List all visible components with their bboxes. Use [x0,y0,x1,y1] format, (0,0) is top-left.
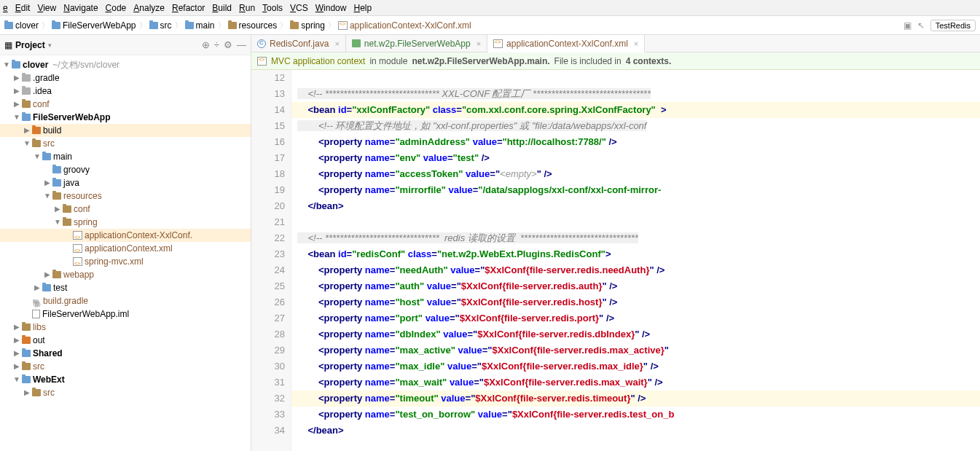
gear-icon[interactable]: ⚙ [224,39,232,50]
editor-tab[interactable]: applicationContext-XxlConf.xml× [487,35,645,52]
tree-row[interactable]: ▼FileServerWebApp [0,111,251,124]
menu-analyze[interactable]: Analyze [133,3,165,13]
menu-edit[interactable]: Edit [15,3,31,13]
collapse-icon[interactable]: ⊕ [202,39,210,50]
expand-icon[interactable]: ▼ [12,373,22,386]
code-line[interactable]: <!-- ******************************* XXL… [291,86,980,102]
expand-icon[interactable]: ▶ [12,321,22,334]
expand-icon[interactable]: ▶ [12,98,22,111]
expand-icon[interactable]: ▼ [22,137,32,150]
code-line[interactable]: <property name="max_idle" value="$XxlCon… [291,358,980,374]
code-line[interactable] [291,214,980,230]
expand-icon[interactable]: ▶ [32,281,42,294]
code-body[interactable]: <!-- ******************************* XXL… [291,70,980,451]
tree-row[interactable]: ▼spring [0,216,251,229]
menu-help[interactable]: Help [353,3,372,13]
menu-run[interactable]: Run [239,3,255,13]
project-tree[interactable]: ▼ clover ~/文档/svn/clover ▶.gradle▶.idea▶… [0,55,251,451]
code-area[interactable]: 1213141516171819202122232425262728293031… [251,70,980,451]
menu-refactor[interactable]: Refactor [172,3,205,13]
menu-navigate[interactable]: Navigate [63,3,98,13]
tree-row[interactable]: ▶java [0,176,251,189]
tree-row[interactable]: groovy [0,163,251,176]
tree-row[interactable]: ▶webapp [0,268,251,281]
nav-back-icon[interactable]: ↖ [917,20,925,31]
tree-row[interactable]: 🐘build.gradle [0,294,251,307]
code-line[interactable]: <property name="accessToken" value="<emp… [291,166,980,182]
hide-icon[interactable]: — [237,39,246,50]
code-line[interactable]: <property name="needAuth" value="$XxlCon… [291,262,980,278]
tree-row[interactable]: ▶build [0,124,251,137]
code-line[interactable]: <!-- ******************************* red… [291,230,980,246]
editor-tab[interactable]: RedisConf.java× [251,35,346,52]
divide-icon[interactable]: ÷ [214,39,219,50]
menu-window[interactable]: Window [315,3,347,13]
expand-icon[interactable]: ▶ [12,360,22,373]
menu-vcs[interactable]: VCS [290,3,308,13]
code-line[interactable]: <property name="host" value="$XxlConf{fi… [291,294,980,310]
code-line[interactable] [291,70,980,86]
tree-row[interactable]: ▼resources [0,189,251,203]
tree-row[interactable]: ▼src [0,137,251,150]
expand-icon[interactable]: ▶ [22,386,32,399]
menu-view[interactable]: View [37,3,56,13]
tree-row[interactable]: applicationContext.xml [0,242,251,255]
tree-row[interactable]: ▶out [0,334,251,347]
code-line[interactable]: <property name="mirrorfile" value="/data… [291,182,980,198]
expand-icon[interactable]: ▶ [52,203,63,216]
code-line[interactable]: <!-- 环境配置文件地址，如 "xxl-conf.properties" 或 … [291,118,980,134]
close-icon[interactable]: × [477,39,481,48]
breadcrumb-item[interactable]: resources [228,20,278,31]
tree-row[interactable]: ▶src [0,386,251,399]
code-line[interactable]: <property name="max_wait" value="$XxlCon… [291,374,980,391]
menu-e[interactable]: e [3,3,8,13]
expand-icon[interactable]: ▶ [42,176,52,189]
menu-tools[interactable]: Tools [262,3,283,13]
expand-icon[interactable]: ▶ [12,85,22,98]
code-line[interactable]: <property name="env" value="test" /> [291,150,980,166]
expand-icon[interactable]: ▼ [32,150,42,163]
expand-icon[interactable]: ▼ [42,189,52,203]
tree-row[interactable]: ▶.gradle [0,71,251,85]
code-line[interactable]: <property name="adminAddress" value="htt… [291,134,980,150]
tree-row[interactable]: ▶conf [0,203,251,216]
tree-row[interactable]: ▶.idea [0,85,251,98]
run-config-button[interactable]: TestRedis [930,20,976,31]
tree-row[interactable]: spring-mvc.xml [0,255,251,268]
breadcrumb-item[interactable]: spring [290,20,325,31]
tree-row[interactable]: ▼WebExt [0,373,251,386]
expand-icon[interactable]: ▼ [52,216,63,229]
tree-row[interactable]: ▶Shared [0,347,251,360]
expand-icon[interactable]: ▼ [12,111,22,124]
code-line[interactable]: <property name="test_on_borrow" value="$… [291,407,980,423]
tree-row[interactable]: applicationContext-XxlConf. [0,229,251,242]
tree-row[interactable]: ▶libs [0,321,251,334]
breadcrumb-item[interactable]: clover [4,20,39,31]
code-line[interactable]: <bean id="redisConf" class="net.w2p.WebE… [291,246,980,262]
expand-icon[interactable]: ▶ [12,334,22,347]
expand-icon[interactable]: ▶ [12,71,22,85]
menu-build[interactable]: Build [212,3,232,13]
menu-code[interactable]: Code [106,3,127,13]
close-icon[interactable]: × [634,39,638,48]
expand-icon[interactable]: ▶ [22,124,32,137]
breadcrumb-item[interactable]: main [185,20,215,31]
code-line[interactable]: <property name="dbIndex" value="$XxlConf… [291,326,980,342]
code-line[interactable]: <property name="timeout" value="$XxlConf… [291,391,980,407]
tree-row[interactable]: FileServerWebApp.iml [0,307,251,321]
tree-row[interactable]: ▶test [0,281,251,294]
code-line[interactable]: </bean> [291,198,980,214]
dropdown-icon[interactable]: ▾ [48,42,52,49]
code-line[interactable]: </bean> [291,423,980,439]
expand-icon[interactable]: ▶ [12,347,22,360]
code-line[interactable]: <property name="auth" value="$XxlConf{fi… [291,278,980,294]
breadcrumb-item[interactable]: src [149,20,172,31]
breadcrumb-item[interactable]: FileServerWebApp [52,20,136,31]
tree-row[interactable]: ▼main [0,150,251,163]
breadcrumb-item[interactable]: applicationContext-XxlConf.xml [338,20,471,31]
tree-root[interactable]: ▼ clover ~/文档/svn/clover [0,58,251,71]
nav-forward-icon[interactable]: ▣ [903,20,912,31]
code-line[interactable]: <bean id="xxlConfFactory" class="com.xxl… [291,102,980,118]
code-line[interactable]: <property name="max_active" value="$XxlC… [291,342,980,358]
code-line[interactable]: <property name="port" value="$XxlConf{fi… [291,310,980,326]
